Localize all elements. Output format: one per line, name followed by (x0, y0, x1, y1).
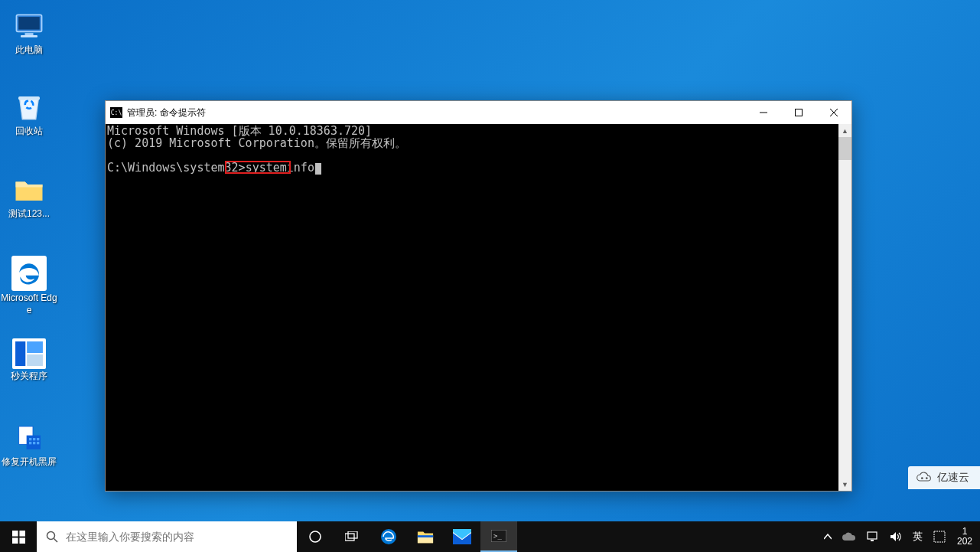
svg-rect-14 (33, 442, 35, 444)
cmd-command: systeminfo (246, 161, 314, 175)
cmd-prompt: C:\Windows\system32> (107, 161, 246, 175)
desktop-icon-label: 秒关程序 (0, 371, 58, 383)
svg-rect-33 (418, 535, 433, 537)
scroll-down-icon[interactable]: ▼ (838, 478, 851, 491)
scrollbar[interactable]: ▲ ▼ (838, 124, 851, 491)
tray-date-line: 202 (957, 537, 972, 547)
svg-rect-6 (27, 341, 43, 353)
svg-rect-25 (19, 537, 25, 544)
svg-text:>_: >_ (493, 532, 502, 540)
cmd-line: (c) 2019 Microsoft Corporation。保留所有权利。 (107, 136, 406, 150)
taskbar-app-mail[interactable] (444, 521, 480, 552)
search-box[interactable] (37, 521, 297, 552)
taskbar-app-explorer[interactable] (407, 521, 444, 552)
svg-rect-2 (25, 33, 34, 35)
desktop-icon-label: 此电脑 (0, 44, 58, 57)
desktop-icon-this-pc[interactable]: 此电脑 (0, 9, 58, 57)
folder-icon (12, 173, 46, 207)
taskbar-app-cmd[interactable]: >_ (480, 521, 517, 552)
recycle-bin-icon (12, 90, 46, 124)
svg-rect-1 (18, 17, 40, 30)
svg-rect-10 (29, 438, 31, 440)
svg-rect-38 (871, 540, 874, 541)
desktop-icon-fix-boot[interactable]: 修复开机黑屏 (0, 421, 58, 469)
svg-rect-39 (934, 531, 945, 542)
desktop-icon-recycle-bin[interactable]: 回收站 (0, 90, 58, 138)
task-view-button[interactable] (334, 521, 370, 552)
tray-clock[interactable]: 1 202 (954, 527, 975, 547)
desktop: 此电脑 回收站 测试123... Microsoft Edge 秒关程序 修复开… (0, 0, 980, 521)
svg-point-26 (47, 532, 55, 540)
svg-rect-3 (21, 35, 37, 38)
svg-rect-37 (868, 532, 877, 539)
svg-rect-4 (18, 96, 40, 100)
svg-rect-5 (15, 341, 25, 366)
cmd-icon: >_ (491, 530, 506, 542)
desktop-icon-edge[interactable]: Microsoft Edge (0, 256, 58, 316)
svg-rect-24 (12, 537, 18, 544)
svg-rect-11 (33, 438, 35, 440)
svg-rect-30 (348, 531, 357, 538)
minimize-button[interactable] (746, 101, 781, 124)
close-button[interactable] (816, 101, 851, 124)
this-pc-icon (12, 9, 46, 43)
watermark-text: 亿速云 (937, 471, 969, 485)
file-explorer-icon (417, 529, 434, 544)
tray-ime-lang[interactable]: 英 (910, 530, 925, 544)
edge-icon (11, 256, 47, 291)
scroll-up-icon[interactable]: ▲ (838, 124, 851, 137)
desktop-icon-sec-close[interactable]: 秒关程序 (0, 338, 58, 383)
tray-network-icon[interactable] (864, 531, 881, 542)
tray-volume-icon[interactable] (887, 531, 904, 542)
tray-chevron-up-icon[interactable] (822, 534, 834, 540)
program-icon (12, 338, 46, 369)
svg-rect-15 (37, 442, 39, 444)
system-tray: 英 1 202 (817, 521, 980, 552)
desktop-icon-label: 测试123... (0, 208, 58, 220)
desktop-icon-label: 修复开机黑屏 (0, 456, 58, 469)
task-view-icon (345, 531, 359, 542)
scroll-thumb[interactable] (838, 137, 851, 160)
cortana-icon (308, 530, 322, 544)
svg-line-27 (54, 539, 58, 543)
search-icon (46, 531, 58, 543)
svg-rect-13 (29, 442, 31, 444)
fix-boot-icon (12, 421, 46, 455)
desktop-icon-test-folder[interactable]: 测试123... (0, 173, 58, 220)
watermark: 亿速云 (908, 466, 980, 489)
cmd-window: C:\ 管理员: 命令提示符 Microsoft Windows [版本 10.… (105, 100, 852, 492)
svg-point-20 (921, 477, 923, 479)
start-button[interactable] (0, 521, 37, 552)
edge-icon (379, 528, 398, 546)
desktop-icon-label: 回收站 (0, 126, 58, 138)
titlebar[interactable]: C:\ 管理员: 命令提示符 (106, 101, 851, 124)
svg-point-21 (926, 477, 928, 479)
svg-rect-29 (345, 534, 354, 541)
cortana-button[interactable] (297, 521, 334, 552)
mail-icon (453, 529, 471, 544)
svg-rect-23 (19, 531, 25, 537)
window-title: 管理员: 命令提示符 (127, 106, 206, 119)
desktop-icon-label: Microsoft Edge (0, 292, 58, 316)
svg-point-28 (310, 531, 321, 542)
cmd-icon: C:\ (110, 107, 122, 118)
svg-rect-17 (796, 109, 803, 116)
cmd-output: Microsoft Windows [版本 10.0.18363.720] (c… (106, 124, 838, 491)
svg-rect-12 (37, 438, 39, 440)
cursor (315, 163, 321, 175)
maximize-button[interactable] (781, 101, 816, 124)
svg-rect-7 (27, 354, 43, 366)
taskbar: >_ 英 1 202 (0, 521, 980, 552)
tray-onedrive-icon[interactable] (840, 532, 858, 541)
search-input[interactable] (66, 531, 288, 543)
cloud-icon (916, 472, 933, 484)
cmd-body[interactable]: Microsoft Windows [版本 10.0.18363.720] (c… (106, 124, 851, 491)
taskbar-app-edge[interactable] (370, 521, 407, 552)
svg-rect-22 (12, 531, 18, 537)
windows-icon (12, 531, 25, 544)
tray-ime-icon[interactable] (931, 531, 948, 543)
